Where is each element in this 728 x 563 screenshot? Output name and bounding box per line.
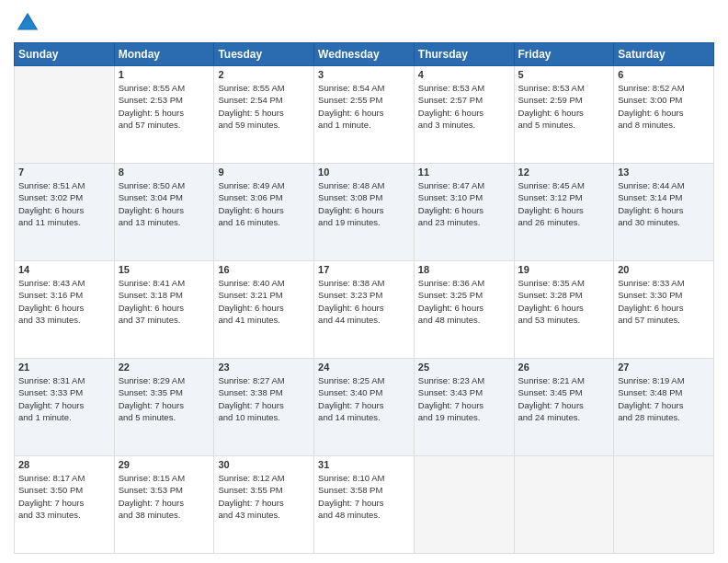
day-info: Sunrise: 8:55 AM Sunset: 2:53 PM Dayligh…: [119, 82, 210, 131]
calendar-cell: 25Sunrise: 8:23 AM Sunset: 3:43 PM Dayli…: [414, 359, 514, 456]
calendar-cell: [614, 456, 714, 554]
day-info: Sunrise: 8:53 AM Sunset: 2:59 PM Dayligh…: [518, 82, 610, 131]
day-number: 1: [119, 69, 210, 80]
day-number: 19: [518, 264, 610, 275]
day-number: 2: [218, 69, 310, 80]
day-number: 6: [618, 69, 710, 80]
day-info: Sunrise: 8:19 AM Sunset: 3:48 PM Dayligh…: [618, 374, 710, 423]
calendar-cell: 10Sunrise: 8:48 AM Sunset: 3:08 PM Dayli…: [314, 164, 415, 261]
day-info: Sunrise: 8:54 AM Sunset: 2:55 PM Dayligh…: [318, 82, 410, 131]
calendar-cell: 6Sunrise: 8:52 AM Sunset: 3:00 PM Daylig…: [614, 66, 714, 164]
calendar-cell: 27Sunrise: 8:19 AM Sunset: 3:48 PM Dayli…: [614, 359, 714, 456]
calendar-cell: 19Sunrise: 8:35 AM Sunset: 3:28 PM Dayli…: [514, 261, 614, 359]
calendar-cell: 22Sunrise: 8:29 AM Sunset: 3:35 PM Dayli…: [114, 359, 214, 456]
header-monday: Monday: [114, 43, 214, 66]
calendar-cell: 16Sunrise: 8:40 AM Sunset: 3:21 PM Dayli…: [214, 261, 314, 359]
calendar-header-row: SundayMondayTuesdayWednesdayThursdayFrid…: [15, 43, 714, 66]
calendar-cell: 29Sunrise: 8:15 AM Sunset: 3:53 PM Dayli…: [114, 456, 214, 554]
day-number: 17: [318, 264, 410, 275]
day-number: 8: [119, 167, 210, 178]
day-info: Sunrise: 8:50 AM Sunset: 3:04 PM Dayligh…: [119, 179, 210, 228]
calendar-cell: 26Sunrise: 8:21 AM Sunset: 3:45 PM Dayli…: [514, 359, 614, 456]
header-tuesday: Tuesday: [214, 43, 314, 66]
day-info: Sunrise: 8:38 AM Sunset: 3:23 PM Dayligh…: [318, 277, 410, 326]
calendar-table: SundayMondayTuesdayWednesdayThursdayFrid…: [14, 42, 714, 554]
day-number: 9: [218, 167, 310, 178]
day-info: Sunrise: 8:36 AM Sunset: 3:25 PM Dayligh…: [418, 277, 510, 326]
day-number: 27: [618, 362, 710, 373]
logo-icon: [14, 9, 41, 37]
day-number: 23: [218, 362, 310, 373]
calendar-week-row: 7Sunrise: 8:51 AM Sunset: 3:02 PM Daylig…: [15, 164, 714, 261]
day-number: 10: [318, 167, 410, 178]
day-info: Sunrise: 8:41 AM Sunset: 3:18 PM Dayligh…: [119, 277, 210, 326]
calendar-week-row: 21Sunrise: 8:31 AM Sunset: 3:33 PM Dayli…: [15, 359, 714, 456]
day-info: Sunrise: 8:52 AM Sunset: 3:00 PM Dayligh…: [618, 82, 710, 131]
day-number: 7: [18, 167, 110, 178]
calendar-week-row: 28Sunrise: 8:17 AM Sunset: 3:50 PM Dayli…: [15, 456, 714, 554]
calendar-cell: 24Sunrise: 8:25 AM Sunset: 3:40 PM Dayli…: [314, 359, 415, 456]
day-info: Sunrise: 8:49 AM Sunset: 3:06 PM Dayligh…: [218, 179, 310, 228]
calendar-cell: 2Sunrise: 8:55 AM Sunset: 2:54 PM Daylig…: [214, 66, 314, 164]
day-info: Sunrise: 8:45 AM Sunset: 3:12 PM Dayligh…: [518, 179, 610, 228]
day-number: 4: [418, 69, 510, 80]
day-info: Sunrise: 8:53 AM Sunset: 2:57 PM Dayligh…: [418, 82, 510, 131]
calendar-cell: 21Sunrise: 8:31 AM Sunset: 3:33 PM Dayli…: [15, 359, 115, 456]
calendar-cell: 14Sunrise: 8:43 AM Sunset: 3:16 PM Dayli…: [15, 261, 115, 359]
header-friday: Friday: [514, 43, 614, 66]
day-info: Sunrise: 8:29 AM Sunset: 3:35 PM Dayligh…: [119, 374, 210, 423]
day-info: Sunrise: 8:43 AM Sunset: 3:16 PM Dayligh…: [18, 277, 110, 326]
calendar-cell: 28Sunrise: 8:17 AM Sunset: 3:50 PM Dayli…: [15, 456, 115, 554]
day-number: 18: [418, 264, 510, 275]
header-wednesday: Wednesday: [314, 43, 415, 66]
header-sunday: Sunday: [15, 43, 115, 66]
page: SundayMondayTuesdayWednesdayThursdayFrid…: [0, 0, 728, 563]
calendar-cell: 13Sunrise: 8:44 AM Sunset: 3:14 PM Dayli…: [614, 164, 714, 261]
calendar-cell: 4Sunrise: 8:53 AM Sunset: 2:57 PM Daylig…: [414, 66, 514, 164]
day-info: Sunrise: 8:31 AM Sunset: 3:33 PM Dayligh…: [18, 374, 110, 423]
day-number: 14: [18, 264, 110, 275]
calendar-cell: 18Sunrise: 8:36 AM Sunset: 3:25 PM Dayli…: [414, 261, 514, 359]
calendar-cell: 3Sunrise: 8:54 AM Sunset: 2:55 PM Daylig…: [314, 66, 415, 164]
day-number: 31: [318, 459, 410, 470]
calendar-cell: 20Sunrise: 8:33 AM Sunset: 3:30 PM Dayli…: [614, 261, 714, 359]
day-info: Sunrise: 8:47 AM Sunset: 3:10 PM Dayligh…: [418, 179, 510, 228]
calendar-cell: 9Sunrise: 8:49 AM Sunset: 3:06 PM Daylig…: [214, 164, 314, 261]
day-info: Sunrise: 8:21 AM Sunset: 3:45 PM Dayligh…: [518, 374, 610, 423]
day-info: Sunrise: 8:12 AM Sunset: 3:55 PM Dayligh…: [218, 472, 310, 521]
calendar-cell: 15Sunrise: 8:41 AM Sunset: 3:18 PM Dayli…: [114, 261, 214, 359]
day-number: 21: [18, 362, 110, 373]
day-info: Sunrise: 8:17 AM Sunset: 3:50 PM Dayligh…: [18, 472, 110, 521]
day-info: Sunrise: 8:35 AM Sunset: 3:28 PM Dayligh…: [518, 277, 610, 326]
calendar-week-row: 14Sunrise: 8:43 AM Sunset: 3:16 PM Dayli…: [15, 261, 714, 359]
day-number: 24: [318, 362, 410, 373]
calendar-cell: [514, 456, 614, 554]
day-info: Sunrise: 8:40 AM Sunset: 3:21 PM Dayligh…: [218, 277, 310, 326]
calendar-cell: [15, 66, 115, 164]
header: [14, 9, 714, 37]
calendar-cell: 7Sunrise: 8:51 AM Sunset: 3:02 PM Daylig…: [15, 164, 115, 261]
day-number: 16: [218, 264, 310, 275]
day-info: Sunrise: 8:23 AM Sunset: 3:43 PM Dayligh…: [418, 374, 510, 423]
calendar-cell: 11Sunrise: 8:47 AM Sunset: 3:10 PM Dayli…: [414, 164, 514, 261]
day-number: 11: [418, 167, 510, 178]
calendar-cell: 31Sunrise: 8:10 AM Sunset: 3:58 PM Dayli…: [314, 456, 415, 554]
day-number: 20: [618, 264, 710, 275]
calendar-week-row: 1Sunrise: 8:55 AM Sunset: 2:53 PM Daylig…: [15, 66, 714, 164]
day-info: Sunrise: 8:55 AM Sunset: 2:54 PM Dayligh…: [218, 82, 310, 131]
day-number: 5: [518, 69, 610, 80]
day-info: Sunrise: 8:10 AM Sunset: 3:58 PM Dayligh…: [318, 472, 410, 521]
day-info: Sunrise: 8:33 AM Sunset: 3:30 PM Dayligh…: [618, 277, 710, 326]
day-info: Sunrise: 8:27 AM Sunset: 3:38 PM Dayligh…: [218, 374, 310, 423]
day-number: 26: [518, 362, 610, 373]
day-number: 13: [618, 167, 710, 178]
logo: [14, 9, 45, 37]
calendar-cell: 8Sunrise: 8:50 AM Sunset: 3:04 PM Daylig…: [114, 164, 214, 261]
day-info: Sunrise: 8:51 AM Sunset: 3:02 PM Dayligh…: [18, 179, 110, 228]
day-number: 30: [218, 459, 310, 470]
calendar-cell: 17Sunrise: 8:38 AM Sunset: 3:23 PM Dayli…: [314, 261, 415, 359]
calendar-cell: 1Sunrise: 8:55 AM Sunset: 2:53 PM Daylig…: [114, 66, 214, 164]
calendar-cell: 30Sunrise: 8:12 AM Sunset: 3:55 PM Dayli…: [214, 456, 314, 554]
header-saturday: Saturday: [614, 43, 714, 66]
day-number: 29: [119, 459, 210, 470]
